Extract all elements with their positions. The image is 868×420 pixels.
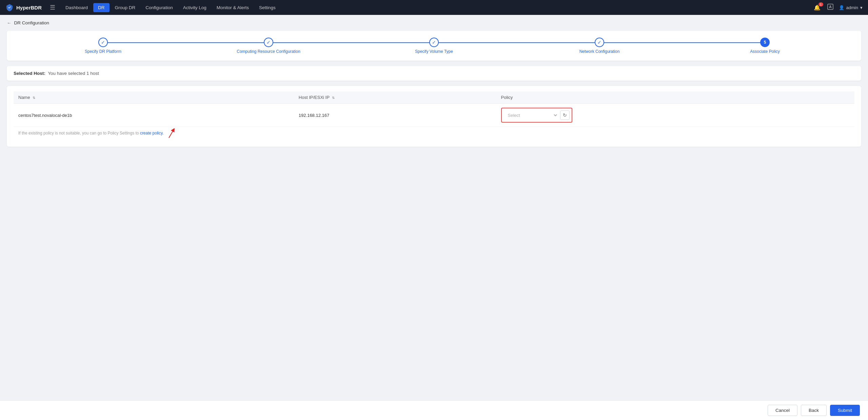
stepper-container: ✓ Specify DR Platform ✓ Computing Resour… [7,31,861,61]
breadcrumb: ← DR Configuration [7,20,861,25]
selected-host-value: You have selected 1 host [48,71,99,76]
cell-host-ip: 192.168.12.167 [294,104,496,127]
back-button[interactable]: ← [7,20,12,25]
svg-text:A: A [829,5,832,9]
red-arrow [167,128,176,139]
notification-badge: 1 [818,2,823,6]
check-icon-4: ✓ [597,40,601,45]
selected-host-label: Selected Host: [14,71,45,76]
logo: HyperBDR [5,3,42,12]
step-4-circle: ✓ [595,38,604,47]
table-header-row: Name ⇅ Host IP/ESXi IP ⇅ Policy [14,91,854,104]
host-ip-sort-icon[interactable]: ⇅ [332,96,335,100]
policy-refresh-button[interactable]: ↻ [560,110,570,120]
step-1-label: Specify DR Platform [85,49,121,54]
step-3-circle: ✓ [429,38,439,47]
nav-item-activity-log[interactable]: Activity Log [178,3,211,12]
policy-select[interactable]: Select [504,111,558,120]
stepper-step-4: ✓ Network Configuration [517,38,682,54]
table-card: Name ⇅ Host IP/ESXi IP ⇅ Policy [7,86,861,147]
nav-item-monitor-alerts[interactable]: Monitor & Alerts [212,3,254,12]
nav-item-dashboard[interactable]: Dashboard [61,3,93,12]
table-inner: Name ⇅ Host IP/ESXi IP ⇅ Policy [7,86,861,147]
step-4-label: Network Configuration [579,49,620,54]
help-icon[interactable]: A [826,2,835,13]
table-row: centos7test.novalocal-de1b 192.168.12.16… [14,104,854,127]
hosts-table: Name ⇅ Host IP/ESXi IP ⇅ Policy [14,91,854,141]
step-2-label: Computing Resource Configuration [237,49,300,54]
stepper-step-2: ✓ Computing Resource Configuration [186,38,351,54]
svg-line-2 [169,130,174,138]
refresh-icon: ↻ [563,112,567,118]
check-icon-1: ✓ [101,40,105,45]
nav-item-dr[interactable]: DR [93,3,110,12]
step-1-circle: ✓ [98,38,108,47]
main-content: ← DR Configuration ✓ Specify DR Platform… [0,15,868,159]
cell-name: centos7test.novalocal-de1b [14,104,294,127]
hint-cell: If the existing policy is not suitable, … [14,127,854,142]
notification-bell[interactable]: 🔔 1 [812,3,822,12]
host-name: centos7test.novalocal-de1b [18,113,72,118]
col-policy: Policy [496,91,854,104]
col-host-ip: Host IP/ESXi IP ⇅ [294,91,496,104]
host-ip: 192.168.12.167 [299,113,329,118]
policy-select-highlighted: Select ↻ [501,108,572,123]
step-5-number: 5 [764,40,766,45]
navbar-right: 🔔 1 A 👤 admin ▾ [812,2,863,13]
col-name: Name ⇅ [14,91,294,104]
hamburger-button[interactable]: ☰ [47,2,58,13]
stepper: ✓ Specify DR Platform ✓ Computing Resour… [20,38,848,54]
hint-text: If the existing policy is not suitable, … [18,131,140,135]
navbar: HyperBDR ☰ Dashboard DR Group DR Configu… [0,0,868,15]
step-5-label: Associate Policy [750,49,780,54]
name-sort-icon[interactable]: ⇅ [33,96,35,100]
dropdown-chevron-icon: ▾ [860,5,863,10]
username-label: admin [846,5,858,10]
check-icon-2: ✓ [267,40,271,45]
logo-text: HyperBDR [16,5,42,10]
nav-item-group-dr[interactable]: Group DR [110,3,140,12]
stepper-step-1: ✓ Specify DR Platform [20,38,186,54]
create-policy-link[interactable]: create policy. [140,131,164,135]
check-icon-3: ✓ [432,40,436,45]
stepper-step-5: 5 Associate Policy [682,38,848,54]
selected-host-bar: Selected Host: You have selected 1 host [7,66,861,81]
user-icon: 👤 [839,5,844,10]
nav-item-configuration[interactable]: Configuration [141,3,177,12]
stepper-step-3: ✓ Specify Volume Type [351,38,517,54]
step-2-circle: ✓ [264,38,273,47]
main-nav: Dashboard DR Group DR Configuration Acti… [61,3,810,12]
nav-item-settings[interactable]: Settings [254,3,280,12]
step-3-label: Specify Volume Type [415,49,453,54]
cell-policy: Select ↻ [496,104,854,127]
user-menu[interactable]: 👤 admin ▾ [839,5,863,10]
page-title: DR Configuration [14,20,50,25]
hint-row: If the existing policy is not suitable, … [14,127,854,142]
step-5-circle: 5 [760,38,770,47]
